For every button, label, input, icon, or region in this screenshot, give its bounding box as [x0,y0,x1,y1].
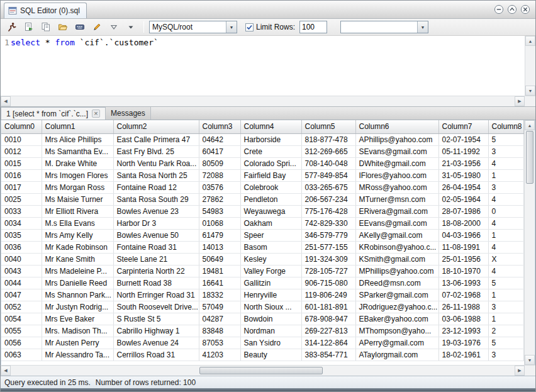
connection-select[interactable]: MySQL/root ▼ [149,21,237,33]
table-cell[interactable]: 1 [488,169,524,181]
table-row[interactable]: 0063Mr Alessandro Ta...Cerrillos Road 31… [1,349,524,361]
table-cell[interactable]: 708-140-048 [301,157,355,169]
table-cell[interactable]: MThompson@yaho... [355,325,438,337]
table-cell[interactable]: Mrs Imogen Flores [42,169,113,181]
code-line[interactable]: select * from `cif`.`customer` [11,37,159,48]
table-cell[interactable]: 72088 [199,169,240,181]
table-cell[interactable]: Mrs Amy Kelly [42,229,113,241]
table-cell[interactable]: Santa Rosa South 29 [113,193,199,205]
table-cell[interactable]: Kesley [240,253,301,265]
table-cell[interactable]: 269-227-813 [301,325,355,337]
table-cell[interactable]: Oakham [240,217,301,229]
run-script-button[interactable] [38,20,53,34]
table-cell[interactable]: EEvans@gmail.com [355,217,438,229]
table-row[interactable]: 0047Ms Shannon Park...North Erringer Roa… [1,289,524,301]
secondary-select[interactable]: ▼ [340,21,428,33]
table-cell[interactable]: 0016 [1,169,42,181]
table-cell[interactable]: 04287 [199,313,240,325]
table-cell[interactable]: Mr Austen Perry [42,337,113,349]
table-cell[interactable]: 87053 [199,337,240,349]
table-cell[interactable]: 19-03-1976 [438,337,488,349]
table-cell[interactable]: 31-05-1980 [438,169,488,181]
table-cell[interactable]: Mr Justyn Rodrig... [42,301,113,313]
table-cell[interactable]: 3 [488,181,524,193]
column-header[interactable]: Column1 [42,120,113,133]
table-cell[interactable]: Mrs Danielle Reed [42,277,113,289]
table-cell[interactable]: M. Drake White [42,157,113,169]
table-cell[interactable]: Mrs Madeleine P... [42,265,113,277]
table-cell[interactable]: Bowles Avenue 23 [113,205,199,217]
limit-rows-checkbox[interactable] [245,23,254,31]
table-cell[interactable]: 83848 [199,325,240,337]
table-cell[interactable]: 50649 [199,253,240,265]
table-cell[interactable]: Valley Forge [240,265,301,277]
table-cell[interactable]: 41203 [199,349,240,361]
table-row[interactable]: 0056Mr Austen PerryBowles Avenue 2487053… [1,337,524,349]
table-cell[interactable]: AKelly@gmail.com [355,229,438,241]
scroll-down-icon[interactable]: ▼ [525,86,535,96]
table-cell[interactable]: 312-269-665 [301,145,355,157]
table-cell[interactable]: 0043 [1,265,42,277]
table-cell[interactable]: North Erringer Road 31 [113,289,199,301]
column-header[interactable]: Column6 [355,120,438,133]
table-cell[interactable]: 04-03-1966 [438,229,488,241]
table-cell[interactable]: Santa Rosa North 25 [113,169,199,181]
table-cell[interactable]: DWhite@gmail.com [355,157,438,169]
table-cell[interactable]: 13-06-1993 [438,277,488,289]
table-cell[interactable]: Beauty [240,349,301,361]
table-cell[interactable]: 818-877-478 [301,133,355,145]
table-cell[interactable]: MRoss@yahoo.com [355,181,438,193]
column-header[interactable]: Column7 [438,120,488,133]
code-area[interactable]: 1 select * from `cif`.`customer` [1,36,525,96]
table-cell[interactable]: 02-05-1964 [438,193,488,205]
table-cell[interactable]: 678-908-947 [301,313,355,325]
table-cell[interactable]: DReed@msn.com [355,277,438,289]
results-hscroll-thumb[interactable] [199,367,323,374]
minimize-button[interactable] [494,4,504,14]
results-vscroll-thumb[interactable] [526,131,533,184]
table-cell[interactable]: 0010 [1,133,42,145]
table-cell[interactable]: 0036 [1,241,42,253]
table-row[interactable]: 0010Mrs Alice PhillipsEast Calle Primera… [1,133,524,145]
table-cell[interactable]: 25-01-1956 [438,253,488,265]
close-icon[interactable]: × [92,109,100,118]
table-cell[interactable]: Fontaine Road 31 [113,241,199,253]
table-cell[interactable]: 1 [488,289,524,301]
edit-button[interactable] [89,20,104,34]
scroll-up-icon[interactable]: ▲ [525,120,535,130]
table-cell[interactable]: Mr Kade Robinson [42,241,113,253]
table-cell[interactable]: 191-324-309 [301,253,355,265]
table-cell[interactable]: 119-806-249 [301,289,355,301]
table-cell[interactable]: South Roosevelt Drive... [113,301,199,313]
results-vertical-scrollbar[interactable]: ▲ ▼ [524,120,535,365]
table-cell[interactable]: Mr Kane Smith [42,253,113,265]
table-cell[interactable]: KSmith@gmail.com [355,253,438,265]
editor-tab[interactable]: SQL Editor (0).sql [4,3,87,18]
table-cell[interactable]: 4 [488,265,524,277]
editor-hscroll-track[interactable] [11,96,515,106]
table-cell[interactable]: 0035 [1,229,42,241]
table-cell[interactable]: 0054 [1,313,42,325]
table-cell[interactable]: 4 [488,217,524,229]
table-cell[interactable]: 19481 [199,265,240,277]
table-cell[interactable]: 18332 [199,289,240,301]
table-cell[interactable]: Mrs Alice Phillips [42,133,113,145]
table-cell[interactable]: Steele Lane 21 [113,253,199,265]
table-cell[interactable]: 4 [488,241,524,253]
table-cell[interactable]: 0063 [1,349,42,361]
table-cell[interactable]: APhillips@yahoo.com [355,133,438,145]
table-cell[interactable]: 18-02-1961 [438,349,488,361]
table-cell[interactable]: 775-176-428 [301,205,355,217]
table-cell[interactable]: 0047 [1,289,42,301]
run-sql-button[interactable] [4,20,20,34]
table-cell[interactable]: JRodriguez@yahoo.c... [355,301,438,313]
table-cell[interactable]: Colorado Spri... [240,157,301,169]
table-cell[interactable]: S Rustle St 5 [113,313,199,325]
table-row[interactable]: 0052Mr Justyn Rodrig...South Roosevelt D… [1,301,524,313]
table-cell[interactable]: Mr Elliott Rivera [42,205,113,217]
chevron-down-icon[interactable]: ▼ [417,21,428,33]
table-cell[interactable]: 251-577-155 [301,241,355,253]
table-cell[interactable]: 05-11-1992 [438,145,488,157]
table-cell[interactable]: Mrs Eve Baker [42,313,113,325]
results-vscroll-track[interactable] [525,130,535,355]
